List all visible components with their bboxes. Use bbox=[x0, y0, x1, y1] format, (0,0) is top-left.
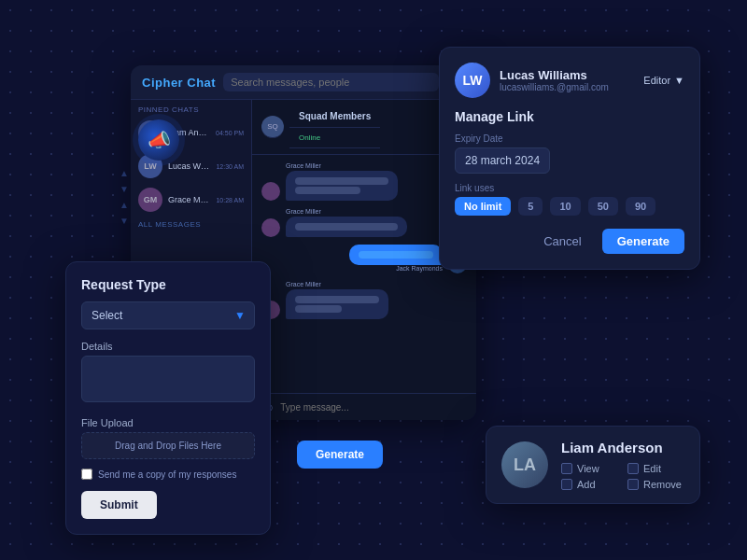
link-uses-label: Link uses bbox=[455, 183, 684, 193]
select-wrapper: Select Bug Report Feature Request Suppor… bbox=[81, 301, 255, 329]
perm-item-view: View bbox=[561, 463, 618, 474]
perm-label-add: Add bbox=[577, 479, 596, 490]
msg-bar-4 bbox=[359, 251, 433, 259]
perm-grid: View Edit Add Remove bbox=[561, 463, 684, 490]
request-panel: Request Type Select Bug Report Feature R… bbox=[65, 261, 271, 535]
msg-bar-1 bbox=[295, 177, 388, 185]
contact-time-liam: 04:50 PM bbox=[216, 130, 244, 136]
megaphone-icon: 📣 bbox=[138, 119, 179, 161]
msg-bubble-grace1 bbox=[286, 171, 398, 201]
chat-header: Cipher Chat + bbox=[131, 65, 476, 100]
details-label: Details bbox=[81, 341, 255, 352]
perm-user-name: Liam Anderson bbox=[561, 440, 684, 455]
all-messages-label: ALL MESSAGES bbox=[138, 220, 201, 229]
file-upload-label: File Upload bbox=[81, 417, 255, 428]
msg-bar-5 bbox=[295, 296, 379, 303]
pinned-section-label: PINNED CHATS bbox=[131, 100, 251, 116]
checkbox-label: Send me a copy of my responses bbox=[98, 469, 236, 480]
arrow-down-icon: ▼ bbox=[120, 184, 129, 194]
role-label: Editor bbox=[643, 75, 670, 86]
perm-checkbox-edit[interactable] bbox=[627, 463, 639, 474]
all-messages-row[interactable]: ALL MESSAGES bbox=[131, 217, 251, 232]
avatar-grace: GM bbox=[138, 188, 162, 212]
permissions-panel: LA Liam Anderson View Edit Add Remove bbox=[486, 426, 700, 504]
perm-label-remove: Remove bbox=[643, 479, 682, 490]
arrow-down2-icon: ▼ bbox=[120, 216, 129, 226]
generate-overlap-btn[interactable]: Generate bbox=[297, 441, 383, 469]
perm-label-view: View bbox=[577, 463, 599, 474]
user-row: LW Lucas Williams lucaswilliams.@gmail.c… bbox=[455, 63, 684, 98]
cancel-button[interactable]: Cancel bbox=[532, 229, 592, 254]
message-row-2: Grace Miller bbox=[261, 208, 467, 237]
use-option-10[interactable]: 10 bbox=[550, 197, 580, 216]
use-option-90[interactable]: 90 bbox=[626, 197, 655, 216]
user-name: Lucas Williams bbox=[500, 68, 609, 82]
generate-button[interactable]: Generate bbox=[602, 229, 684, 254]
arrow-up-icon: ▲ bbox=[120, 168, 129, 178]
msg-bubble-grace2 bbox=[286, 217, 407, 237]
squad-name: Squad Members bbox=[289, 105, 380, 128]
copy-checkbox[interactable] bbox=[81, 469, 92, 480]
perm-avatar: LA bbox=[501, 441, 548, 488]
perm-content: Liam Anderson View Edit Add Remove bbox=[561, 440, 684, 490]
manage-link-title: Manage Link bbox=[455, 109, 684, 124]
perm-item-add: Add bbox=[561, 479, 618, 490]
user-info: Lucas Williams lucaswilliams.@gmail.com bbox=[500, 68, 609, 92]
msg-bubble-grace3 bbox=[286, 289, 388, 319]
message-input[interactable] bbox=[280, 402, 467, 413]
msg-bar-3 bbox=[295, 223, 398, 231]
perm-item-edit: Edit bbox=[627, 463, 684, 474]
use-option-50[interactable]: 50 bbox=[588, 197, 618, 216]
checkbox-row: Send me a copy of my responses bbox=[81, 469, 255, 480]
contact-time-grace: 10:28 AM bbox=[216, 197, 244, 203]
use-option-5[interactable]: 5 bbox=[518, 197, 543, 216]
app-logo: Cipher Chat bbox=[142, 76, 216, 90]
submit-button[interactable]: Submit bbox=[81, 491, 157, 519]
contact-name-lucas: Lucas Williams bbox=[168, 161, 210, 171]
user-role-selector[interactable]: Editor ▼ bbox=[643, 75, 684, 86]
msg-bar-6 bbox=[295, 305, 342, 313]
message-row-jack: Jack Raymonds bbox=[261, 245, 467, 273]
details-textarea[interactable] bbox=[81, 356, 255, 402]
perm-label-edit: Edit bbox=[643, 463, 661, 474]
use-option-no-limit[interactable]: No limit bbox=[455, 197, 511, 216]
squad-status: Online bbox=[289, 128, 380, 148]
contact-name-grace: Grace Miller bbox=[168, 195, 210, 204]
arrow-up2-icon: ▲ bbox=[120, 200, 129, 210]
message-row-1: Grace Miller bbox=[261, 162, 467, 201]
role-chevron-icon: ▼ bbox=[674, 75, 684, 86]
panel-actions: Cancel Generate bbox=[455, 229, 684, 254]
user-email: lucaswilliams.@gmail.com bbox=[500, 82, 609, 92]
chat-input-area: ☺ bbox=[252, 393, 476, 420]
request-panel-title: Request Type bbox=[81, 277, 255, 292]
squad-avatar: SQ bbox=[261, 116, 284, 138]
expiry-label: Expiry Date bbox=[455, 133, 684, 144]
decorative-arrows: ▲ ▼ ▲ ▼ bbox=[120, 168, 129, 226]
msg-bubble-jack bbox=[349, 245, 443, 265]
msg-bar-2 bbox=[295, 187, 360, 194]
msg-sender-grace2: Grace Miller bbox=[286, 208, 407, 215]
manage-link-panel: LW Lucas Williams lucaswilliams.@gmail.c… bbox=[439, 47, 700, 270]
search-input[interactable] bbox=[223, 73, 439, 91]
request-type-select[interactable]: Select Bug Report Feature Request Suppor… bbox=[81, 301, 255, 329]
file-upload-box[interactable]: Drag and Drop Files Here bbox=[81, 432, 255, 459]
msg-avatar-grace2 bbox=[261, 218, 280, 237]
perm-item-remove: Remove bbox=[627, 479, 684, 490]
contact-time-lucas: 12:30 AM bbox=[216, 163, 244, 170]
file-upload-section: File Upload Drag and Drop Files Here bbox=[81, 417, 255, 459]
msg-sender-jack: Jack Raymonds bbox=[349, 265, 443, 272]
perm-checkbox-view[interactable] bbox=[561, 463, 572, 474]
sidebar-item-grace[interactable]: GM Grace Miller 10:28 AM bbox=[131, 183, 251, 217]
msg-avatar-grace1 bbox=[261, 182, 280, 201]
perm-checkbox-add[interactable] bbox=[561, 479, 572, 490]
megaphone-emoji: 📣 bbox=[148, 129, 171, 151]
message-row-3: Grace Miller bbox=[261, 281, 467, 319]
link-uses-row: No limit 5 10 50 90 bbox=[455, 197, 684, 216]
perm-checkbox-remove[interactable] bbox=[627, 479, 639, 490]
msg-sender-grace1: Grace Miller bbox=[286, 162, 398, 169]
msg-sender-grace3: Grace Miller bbox=[286, 281, 388, 287]
expiry-date[interactable]: 28 march 2024 bbox=[455, 147, 550, 174]
user-avatar-lg: LW bbox=[455, 63, 490, 98]
